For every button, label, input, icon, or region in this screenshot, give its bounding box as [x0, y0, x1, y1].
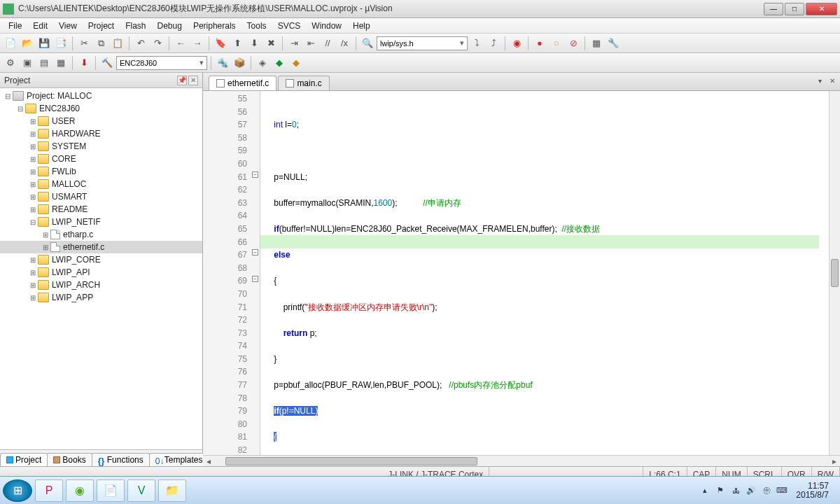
pack-icon[interactable]: ◆ [288, 55, 304, 71]
tree-root[interactable]: ⊟Project: MALLOC [0, 90, 202, 102]
file-ext-icon[interactable]: ◈ [255, 55, 270, 71]
target-select-combo[interactable]: ENC28J60 [116, 56, 207, 70]
scrollbar-thumb[interactable] [225, 457, 477, 465]
outdent-icon[interactable]: ⇤ [303, 36, 318, 51]
paste-icon[interactable]: 📋 [110, 36, 125, 51]
tree-group[interactable]: ⊞FWLib [0, 165, 202, 178]
target-options-icon[interactable]: 🔨 [99, 55, 115, 71]
minimize-button[interactable]: — [764, 3, 783, 15]
tree-group[interactable]: ⊞USER [0, 115, 202, 127]
bookmark-clear-icon[interactable]: ✖ [263, 36, 279, 51]
start-button[interactable]: ⊞ [3, 479, 32, 502]
tray-volume-icon[interactable]: 🔊 [746, 485, 757, 496]
new-file-icon[interactable]: 📄 [3, 36, 18, 51]
maximize-button[interactable]: □ [785, 3, 804, 15]
tab-templates[interactable]: 0↓Templates [149, 453, 209, 466]
find-combo[interactable]: lwip/sys.h [377, 36, 468, 50]
debug-icon[interactable]: ◉ [509, 36, 524, 51]
menu-tools[interactable]: Tools [241, 20, 272, 32]
task-explorer-icon[interactable]: 📁 [158, 479, 186, 502]
editor-tab-main[interactable]: main.c [278, 76, 329, 90]
code-area[interactable]: − − − 5556575859606162636465666768697071… [203, 91, 840, 455]
menu-flash[interactable]: Flash [120, 20, 151, 32]
tree-group[interactable]: ⊞MALLOC [0, 178, 202, 190]
indent-icon[interactable]: ⇥ [286, 36, 302, 51]
tab-books[interactable]: Books [47, 453, 92, 466]
tray-ime-icon[interactable]: ⌨ [776, 485, 788, 496]
undo-icon[interactable]: ↶ [133, 36, 148, 51]
tree-file-selected[interactable]: ⊞ethernetif.c [0, 241, 202, 253]
tree-group[interactable]: ⊞LWIP_CORE [0, 253, 202, 266]
bookmark-next-icon[interactable]: ⬇ [246, 36, 262, 51]
task-app-icon[interactable]: ◉ [66, 479, 94, 502]
tray-up-icon[interactable]: ▴ [699, 485, 710, 496]
nav-back-icon[interactable]: ← [173, 36, 188, 51]
bookmark-icon[interactable]: 🔖 [213, 36, 228, 51]
breakpoint-kill-icon[interactable]: ⊘ [566, 36, 581, 51]
rebuild-icon[interactable]: ▤ [36, 55, 52, 71]
fold-icon[interactable]: − [252, 276, 258, 282]
fold-icon[interactable]: − [252, 249, 258, 255]
menu-help[interactable]: Help [347, 20, 376, 32]
horizontal-scrollbar[interactable]: ◂ ▸ [203, 455, 840, 466]
copy-icon[interactable]: ⧉ [93, 36, 108, 51]
find-next-icon[interactable]: ⤵ [469, 36, 484, 51]
tree-target[interactable]: ⊟ENC28J60 [0, 102, 202, 115]
tab-close-icon[interactable]: ✕ [827, 76, 837, 85]
build-icon[interactable]: ▣ [20, 55, 35, 71]
pin-icon[interactable]: 📌 [177, 76, 187, 85]
menu-project[interactable]: Project [83, 20, 120, 32]
save-icon[interactable]: 💾 [36, 36, 52, 51]
tray-network-icon[interactable]: 🖧 [730, 485, 741, 496]
tray-lang-icon[interactable]: ㊥ [761, 485, 772, 496]
tree-group[interactable]: ⊞CORE [0, 153, 202, 165]
nav-fwd-icon[interactable]: → [190, 36, 205, 51]
scroll-left-icon[interactable]: ◂ [203, 456, 214, 466]
tree-file[interactable]: ⊞etharp.c [0, 228, 202, 241]
save-all-icon[interactable]: 📑 [53, 36, 69, 51]
download-icon[interactable]: ⬇ [76, 55, 92, 71]
fold-icon[interactable]: − [252, 172, 258, 178]
configure-icon[interactable]: 🔧 [606, 36, 621, 51]
tree-group[interactable]: ⊞LWIP_APP [0, 291, 202, 304]
scrollbar-thumb[interactable] [831, 259, 839, 287]
editor-tab-ethernetif[interactable]: ethernetif.c [209, 76, 276, 90]
open-file-icon[interactable]: 📂 [20, 36, 35, 51]
redo-icon[interactable]: ↷ [150, 36, 165, 51]
cut-icon[interactable]: ✂ [76, 36, 92, 51]
tree-group[interactable]: ⊞HARDWARE [0, 127, 202, 140]
breakpoint-disable-icon[interactable]: ○ [549, 36, 564, 51]
tab-functions[interactable]: {}Functions [92, 453, 150, 466]
menu-edit[interactable]: Edit [27, 20, 53, 32]
menu-svcs[interactable]: SVCS [272, 20, 307, 32]
menu-file[interactable]: File [3, 20, 27, 32]
tree-group[interactable]: ⊞LWIP_ARCH [0, 279, 202, 291]
project-tree[interactable]: ⊟Project: MALLOC ⊟ENC28J60 ⊞USER ⊞HARDWA… [0, 88, 202, 449]
options-icon[interactable]: 🔩 [215, 55, 230, 71]
bookmark-prev-icon[interactable]: ⬆ [230, 36, 245, 51]
find-icon[interactable]: 🔍 [360, 36, 375, 51]
tree-group[interactable]: ⊞USMART [0, 190, 202, 203]
task-foxit-icon[interactable]: 📄 [97, 479, 125, 502]
tab-dropdown-icon[interactable]: ▾ [815, 76, 825, 85]
vertical-scrollbar[interactable] [829, 91, 840, 455]
menu-view[interactable]: View [53, 20, 83, 32]
tree-group-netif[interactable]: ⊟LWIP_NETIF [0, 216, 202, 228]
tray-clock[interactable]: 11:572015/8/7 [792, 482, 833, 500]
tab-project[interactable]: Project [0, 453, 48, 466]
batch-build-icon[interactable]: ▦ [53, 55, 69, 71]
task-uvision-icon[interactable]: V [127, 479, 155, 502]
tree-group[interactable]: ⊞README [0, 203, 202, 216]
panel-close-icon[interactable]: ✕ [188, 76, 198, 85]
tree-group[interactable]: ⊞LWIP_API [0, 266, 202, 279]
comment-icon[interactable]: // [320, 36, 335, 51]
tree-group[interactable]: ⊞SYSTEM [0, 140, 202, 153]
rte-icon[interactable]: ◆ [272, 55, 287, 71]
menu-debug[interactable]: Debug [152, 20, 188, 32]
uncomment-icon[interactable]: /x [337, 36, 352, 51]
find-prev-icon[interactable]: ⤴ [486, 36, 501, 51]
translate-icon[interactable]: ⚙ [3, 55, 18, 71]
scroll-right-icon[interactable]: ▸ [829, 456, 840, 466]
manage-icon[interactable]: 📦 [232, 55, 247, 71]
menu-window[interactable]: Window [306, 20, 347, 32]
